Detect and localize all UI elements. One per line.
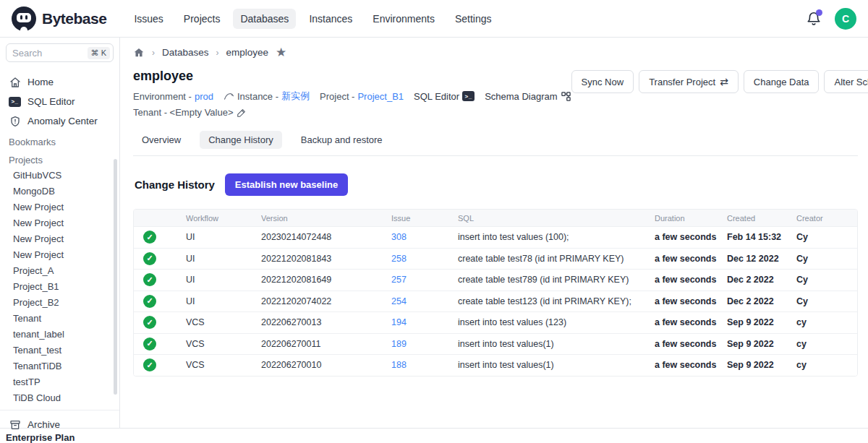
sql-editor-icon: >_ — [9, 95, 21, 108]
workflow-cell: UI — [186, 232, 261, 242]
nav-item-settings[interactable]: Settings — [448, 9, 499, 29]
bytebase-logo[interactable]: Bytebase — [12, 7, 106, 31]
breadcrumb: › Databases › employee ★ — [133, 46, 858, 59]
sync-now-button[interactable]: Sync Now — [571, 70, 634, 93]
brand-name: Bytebase — [42, 10, 106, 27]
sidebar-project-project-b1[interactable]: Project_B1 — [0, 278, 119, 294]
issue-link[interactable]: 258 — [391, 254, 458, 264]
duration-cell: a few seconds — [655, 339, 727, 349]
environment-link[interactable]: prod — [195, 91, 213, 102]
status-done-icon: ✓ — [143, 316, 156, 329]
sidebar-project-tenanttidb[interactable]: TenantTiDB — [0, 358, 119, 374]
status-cell: ✓ — [134, 337, 186, 350]
instance-link[interactable]: 新实例 — [281, 90, 310, 103]
sidebar-project-mongodb[interactable]: MongoDB — [0, 183, 119, 199]
created-cell: Dec 12 2022 — [727, 254, 796, 264]
database-meta-row: Environment - prod Instance - 新实例 Projec… — [133, 90, 571, 103]
creator-cell: cy — [796, 360, 857, 370]
created-cell: Dec 2 2022 — [727, 296, 796, 306]
sidebar-project-testtp[interactable]: testTP — [0, 374, 119, 390]
sidebar-project-new-project[interactable]: New Project — [0, 199, 119, 215]
duration-cell: a few seconds — [655, 317, 727, 327]
sidebar-project-githubvcs[interactable]: GitHubVCS — [0, 167, 119, 183]
status-cell: ✓ — [134, 252, 186, 265]
version-cell: 202206270011 — [261, 339, 391, 349]
nav-item-databases[interactable]: Databases — [233, 9, 296, 29]
sidebar-item-archive[interactable]: Archive — [0, 415, 119, 434]
change-history-table: WorkflowVersionIssueSQLDurationCreatedCr… — [133, 209, 858, 377]
issue-link[interactable]: 257 — [391, 275, 458, 285]
sidebar-project-project-a[interactable]: Project_A — [0, 262, 119, 278]
duration-cell: a few seconds — [655, 275, 727, 285]
schema-diagram-shortcut[interactable]: Schema Diagram — [485, 91, 571, 102]
sidebar-project-tidb-cloud[interactable]: TiDB Cloud — [0, 390, 119, 405]
nav-item-instances[interactable]: Instances — [302, 9, 359, 29]
sidebar-item-sql-editor[interactable]: >_ SQL Editor — [0, 92, 119, 111]
sidebar-item-home[interactable]: Home — [0, 72, 119, 92]
mysql-dolphin-icon — [224, 92, 234, 101]
nav-item-issues[interactable]: Issues — [127, 9, 170, 29]
workflow-cell: UI — [186, 275, 261, 285]
breadcrumb-current: employee — [226, 47, 269, 58]
search-input[interactable] — [12, 48, 75, 59]
created-cell: Sep 9 2022 — [727, 317, 796, 327]
schema-diagram-icon — [561, 91, 571, 102]
establish-baseline-button[interactable]: Establish new baseline — [225, 173, 348, 196]
sidebar-project-tenant-label[interactable]: tenant_label — [0, 326, 119, 342]
status-done-icon: ✓ — [143, 273, 156, 286]
col-creator: Creator — [796, 214, 857, 223]
projects-section-header: Projects — [0, 149, 119, 167]
sidebar-project-tenant[interactable]: Tenant — [0, 310, 119, 326]
sidebar-item-anomaly-center[interactable]: Anomaly Center — [0, 111, 119, 131]
sidebar-scrollbar[interactable] — [114, 159, 117, 395]
instance-label: Instance - — [237, 91, 278, 102]
notifications-button[interactable] — [806, 11, 822, 27]
tab-change-history[interactable]: Change History — [200, 131, 282, 149]
edit-pencil-icon[interactable] — [237, 108, 247, 118]
issue-link[interactable]: 188 — [391, 360, 458, 370]
search-box[interactable]: ⌘ K — [6, 43, 114, 62]
alter-schema-button[interactable]: Alter Schema — [824, 70, 868, 93]
change-data-button[interactable]: Change Data — [744, 70, 820, 93]
nav-item-environments[interactable]: Environments — [365, 9, 442, 29]
created-cell: Feb 14 15:32 — [727, 232, 796, 242]
tab-overview[interactable]: Overview — [133, 131, 190, 149]
sidebar-project-new-project[interactable]: New Project — [0, 231, 119, 246]
col-created: Created — [727, 214, 796, 223]
sidebar-item-label: Anomaly Center — [27, 116, 98, 126]
sidebar-project-new-project[interactable]: New Project — [0, 215, 119, 231]
breadcrumb-databases[interactable]: Databases — [162, 47, 209, 58]
issue-link[interactable]: 254 — [391, 296, 458, 306]
issue-link[interactable]: 308 — [391, 232, 458, 242]
version-cell: 20221202074022 — [261, 296, 391, 306]
workflow-cell: UI — [186, 254, 261, 264]
tab-bar: OverviewChange HistoryBackup and restore — [133, 131, 858, 156]
version-cell: 20221202081843 — [261, 254, 391, 264]
table-row: ✓UI20230214072448308insert into test val… — [134, 226, 857, 248]
sidebar-item-label: Home — [27, 77, 54, 87]
tab-backup-and-restore[interactable]: Backup and restore — [292, 131, 391, 149]
bookmark-star-icon[interactable]: ★ — [276, 46, 286, 59]
search-shortcut: ⌘ K — [88, 47, 110, 59]
sidebar-project-tenant-test[interactable]: Tenant_test — [0, 342, 119, 358]
breadcrumb-home-icon[interactable] — [133, 47, 145, 59]
issue-link[interactable]: 189 — [391, 339, 458, 349]
sidebar-project-new-project[interactable]: New Project — [0, 246, 119, 262]
top-navbar: Bytebase IssuesProjectsDatabasesInstance… — [0, 0, 868, 38]
sql-editor-shortcut[interactable]: SQL Editor >_ — [414, 91, 475, 102]
status-cell: ✓ — [134, 295, 186, 308]
breadcrumb-separator: › — [216, 48, 219, 58]
issue-link[interactable]: 194 — [391, 317, 458, 327]
sql-cell: insert into test values (100); — [458, 232, 655, 242]
plan-footer: Enterprise Plan — [0, 428, 868, 443]
status-done-icon: ✓ — [143, 358, 156, 371]
col-issue: Issue — [391, 214, 458, 223]
transfer-arrows-icon: ⇄ — [720, 76, 728, 87]
project-link[interactable]: Project_B1 — [357, 91, 404, 102]
workflow-cell: UI — [186, 296, 261, 306]
nav-item-projects[interactable]: Projects — [176, 9, 228, 29]
sidebar-project-project-b2[interactable]: Project_B2 — [0, 294, 119, 310]
user-avatar[interactable]: C — [835, 8, 856, 30]
transfer-project-button[interactable]: Transfer Project⇄ — [639, 70, 739, 93]
table-row: ✓UI20221202081843258create table test78 … — [134, 248, 857, 270]
